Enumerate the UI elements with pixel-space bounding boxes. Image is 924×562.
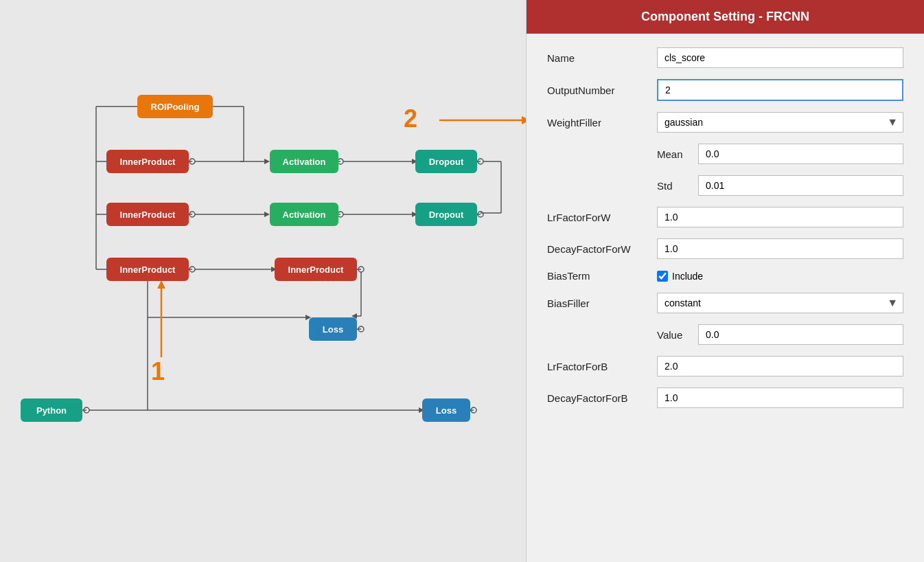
svg-marker-14	[264, 159, 270, 164]
mean-label: Mean	[657, 148, 698, 160]
decay-factor-b-label: DecayFactorForB	[547, 392, 657, 404]
decay-factor-b-row: DecayFactorForB	[547, 387, 903, 408]
std-row: Std	[547, 175, 903, 196]
bias-filler-label: BiasFiller	[547, 297, 657, 309]
svg-point-33	[478, 212, 483, 217]
settings-body: Name OutputNumber WeightFiller gaussian …	[527, 34, 924, 562]
weight-filler-row: WeightFiller gaussian xavier constant ▼	[547, 112, 903, 133]
node-activation2[interactable]: Activation	[270, 203, 338, 226]
decay-factor-w-row: DecayFactorForW	[547, 238, 903, 259]
node-innerproduct3[interactable]: InnerProduct	[106, 258, 189, 281]
svg-point-29	[338, 212, 343, 217]
svg-point-53	[471, 407, 476, 413]
bias-term-checkbox[interactable]	[657, 271, 668, 282]
bias-term-label: BiasTerm	[547, 270, 657, 282]
lr-factor-w-input[interactable]	[657, 207, 903, 227]
svg-point-16	[338, 159, 343, 164]
lr-factor-b-label: LrFactorForB	[547, 361, 657, 372]
connections-svg	[0, 0, 526, 562]
output-number-input[interactable]	[657, 79, 903, 101]
svg-point-39	[358, 267, 364, 272]
value-input[interactable]	[698, 324, 903, 345]
svg-point-12	[189, 159, 195, 164]
svg-marker-56	[157, 280, 165, 289]
decay-factor-b-input[interactable]	[657, 387, 903, 408]
svg-marker-58	[522, 116, 526, 124]
settings-header: Component Setting - FRCNN	[527, 0, 924, 34]
std-label: Std	[657, 180, 698, 192]
weight-filler-label: WeightFiller	[547, 117, 657, 128]
output-number-row: OutputNumber	[547, 79, 903, 101]
svg-point-35	[189, 267, 195, 272]
svg-point-49	[84, 407, 89, 413]
weight-filler-select-wrapper: gaussian xavier constant ▼	[657, 112, 903, 133]
node-roipooling[interactable]: ROIPooling	[137, 95, 213, 118]
bias-term-row: BiasTerm Include	[547, 270, 903, 282]
mean-input[interactable]	[698, 144, 903, 164]
node-loss2[interactable]: Loss	[422, 398, 470, 422]
decay-factor-w-label: DecayFactorForW	[547, 243, 657, 255]
value-label: Value	[657, 329, 698, 341]
value-row: Value	[547, 324, 903, 345]
svg-point-44	[358, 326, 364, 332]
node-dropout2[interactable]: Dropout	[415, 203, 477, 226]
canvas-area: ROIPooling InnerProduct Activation Dropo…	[0, 0, 526, 562]
name-label: Name	[547, 52, 657, 64]
lr-factor-b-input[interactable]	[657, 356, 903, 376]
lr-factor-b-row: LrFactorForB	[547, 356, 903, 376]
lr-factor-w-label: LrFactorForW	[547, 212, 657, 223]
output-number-label: OutputNumber	[547, 85, 657, 96]
bias-filler-row: BiasFiller constant xavier gaussian ▼	[547, 293, 903, 313]
lr-factor-w-row: LrFactorForW	[547, 207, 903, 227]
name-input[interactable]	[657, 47, 903, 68]
node-dropout1[interactable]: Dropout	[415, 150, 477, 173]
weight-filler-select[interactable]: gaussian xavier constant	[657, 112, 903, 133]
annotation-2: 2	[404, 104, 417, 133]
node-python[interactable]: Python	[21, 398, 82, 422]
name-row: Name	[547, 47, 903, 68]
std-input[interactable]	[698, 175, 903, 196]
node-loss1[interactable]: Loss	[309, 317, 357, 341]
bias-filler-select[interactable]: constant xavier gaussian	[657, 293, 903, 313]
bias-term-wrapper: Include	[657, 271, 703, 282]
settings-panel: Component Setting - FRCNN Name OutputNum…	[526, 0, 924, 562]
node-activation1[interactable]: Activation	[270, 150, 338, 173]
bias-term-include-label: Include	[672, 271, 703, 282]
node-innerproduct1[interactable]: InnerProduct	[106, 150, 189, 173]
node-innerproduct2[interactable]: InnerProduct	[106, 203, 189, 226]
annotation-1: 1	[151, 357, 165, 386]
svg-marker-27	[264, 212, 270, 217]
bias-filler-select-wrapper: constant xavier gaussian ▼	[657, 293, 903, 313]
node-innerproduct4[interactable]: InnerProduct	[275, 258, 357, 281]
mean-row: Mean	[547, 144, 903, 164]
svg-point-20	[478, 159, 483, 164]
svg-point-25	[189, 212, 195, 217]
decay-factor-w-input[interactable]	[657, 238, 903, 259]
